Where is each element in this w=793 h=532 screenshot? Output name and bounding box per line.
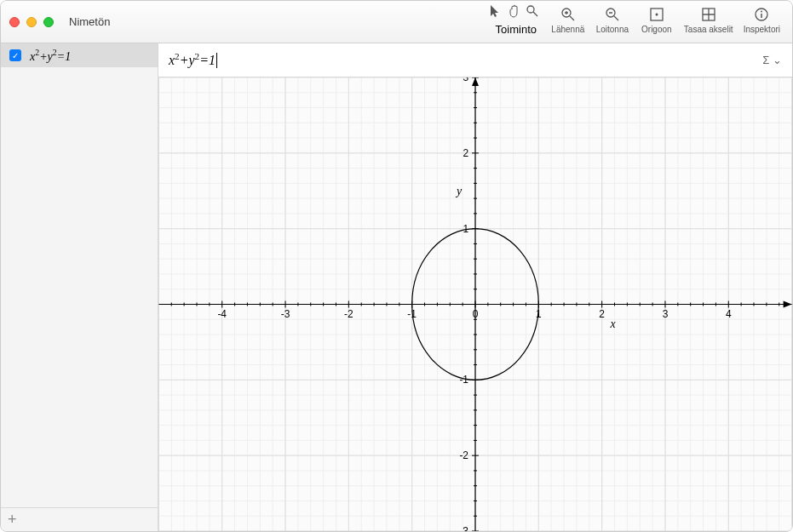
toolbar: Toiminto Lähennä Loitonna Origoon Tasaa …	[488, 4, 784, 36]
window-title: Nimetön	[69, 15, 110, 28]
magnify-icon[interactable]	[526, 4, 544, 21]
text-cursor	[216, 53, 217, 68]
grid-icon	[700, 6, 717, 23]
svg-point-0	[527, 6, 534, 13]
origin-icon	[648, 6, 665, 23]
equation-checkbox[interactable]: ✓	[9, 49, 21, 61]
origin-button[interactable]: Origoon	[636, 4, 677, 36]
svg-point-10	[655, 14, 658, 16]
svg-text:3: 3	[663, 308, 669, 320]
graph-area[interactable]: -4-3-2-101234-3-2-1123xy	[158, 77, 792, 531]
equation-item[interactable]: ✓ x2+y2=1	[1, 43, 158, 67]
equation-text: x2+y2=1	[30, 48, 71, 64]
equalize-label: Tasaa akselit	[684, 25, 733, 34]
action-label: Toiminto	[496, 23, 537, 36]
pointer-icon[interactable]	[488, 4, 507, 21]
zoom-out-button[interactable]: Loitonna	[592, 4, 633, 36]
sidebar: ✓ x2+y2=1 +	[1, 43, 158, 531]
svg-text:-2: -2	[344, 308, 353, 320]
svg-text:3: 3	[463, 77, 468, 83]
sigma-button[interactable]: Σ ⌄	[762, 54, 782, 66]
zoom-in-label: Lähennä	[551, 25, 584, 34]
svg-text:1: 1	[463, 223, 468, 235]
zoom-out-label: Loitonna	[596, 25, 629, 34]
svg-text:x: x	[610, 317, 617, 330]
origin-label: Origoon	[641, 25, 672, 34]
svg-text:-3: -3	[459, 525, 468, 531]
minimize-icon[interactable]	[26, 17, 37, 27]
svg-text:2: 2	[599, 308, 605, 320]
content-area: x2+y2=1 Σ ⌄ -4-3-2-101234-3-2-1123xy	[158, 43, 792, 531]
svg-text:2: 2	[463, 147, 468, 159]
svg-text:-4: -4	[217, 308, 227, 320]
plot-svg: -4-3-2-101234-3-2-1123xy	[158, 77, 792, 531]
inspector-label: Inspektori	[744, 25, 780, 34]
svg-text:4: 4	[726, 308, 732, 320]
action-tool-group: Toiminto	[488, 4, 544, 36]
svg-line-3	[570, 16, 574, 20]
svg-text:-1: -1	[459, 374, 468, 386]
svg-line-1	[533, 12, 537, 16]
window-controls	[9, 17, 54, 27]
main-area: ✓ x2+y2=1 + x2+y2=1 Σ ⌄ -4-3-2-101234-3-…	[1, 43, 792, 531]
add-equation-button[interactable]: +	[8, 511, 17, 529]
sigma-icon: Σ	[762, 54, 769, 66]
maximize-icon[interactable]	[43, 17, 54, 27]
sidebar-footer: +	[1, 507, 158, 531]
svg-text:-2: -2	[459, 449, 468, 461]
inspector-button[interactable]: Inspektori	[740, 4, 784, 36]
zoom-out-icon	[604, 6, 621, 23]
equation-editor[interactable]: x2+y2=1 Σ ⌄	[158, 43, 792, 77]
svg-text:0: 0	[473, 308, 479, 320]
svg-point-15	[761, 11, 762, 13]
titlebar: Nimetön Toiminto Lähennä	[1, 1, 792, 43]
equation-list: ✓ x2+y2=1	[1, 43, 158, 507]
editor-expression: x2+y2=1	[169, 51, 215, 68]
zoom-in-button[interactable]: Lähennä	[548, 4, 589, 36]
svg-line-7	[614, 16, 618, 20]
svg-text:y: y	[455, 185, 463, 197]
hand-icon[interactable]	[507, 4, 526, 21]
svg-text:-3: -3	[281, 308, 290, 320]
close-icon[interactable]	[9, 17, 20, 27]
info-icon	[753, 6, 770, 23]
chevron-down-icon: ⌄	[773, 54, 782, 66]
zoom-in-icon	[560, 6, 577, 23]
equalize-axes-button[interactable]: Tasaa akselit	[681, 4, 737, 36]
